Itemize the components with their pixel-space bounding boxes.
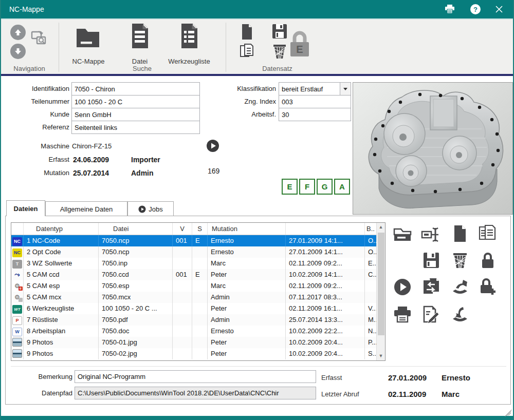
new-record-icon[interactable] <box>241 24 253 40</box>
table-cell: 7050-01.jpg <box>99 337 173 348</box>
checkin-file-icon[interactable] <box>450 304 470 325</box>
copy-file-icon[interactable] <box>478 223 498 244</box>
save-file-icon[interactable] <box>421 250 442 271</box>
table-cell: 3 WZ Sollwerte <box>24 258 99 269</box>
header-datum[interactable] <box>286 223 365 235</box>
datenpfad-label: Datenpfad <box>8 387 72 400</box>
datei-search-button[interactable]: Datei <box>124 58 155 65</box>
table-row[interactable]: NC1 NC-Code7050.ncp001EErnesto27.01.2009… <box>11 235 385 246</box>
checkout-file-icon[interactable] <box>450 277 470 297</box>
table-row[interactable]: ⚙e5 CAM esp7050.espMarc02.11.2009 09:2..… <box>11 280 385 292</box>
delete-file-icon[interactable] <box>450 250 470 271</box>
print-file-icon[interactable] <box>392 304 413 325</box>
convert-file-icon[interactable] <box>421 277 442 297</box>
table-row[interactable]: 9 Photos7050-01.jpgPeter10.02.2009 20:4.… <box>11 337 385 348</box>
lock-file-icon[interactable] <box>478 250 498 271</box>
footer-abruf-date: 02.11.2009 <box>388 388 426 401</box>
table-cell: 7050.ccd <box>99 269 173 280</box>
table-row[interactable]: NC2 Opt Code7050.ncpErnesto27.01.2009 14… <box>11 246 385 258</box>
title-bar: NC-Mappe ? <box>1 0 513 18</box>
arbeitsf-field[interactable] <box>279 108 351 121</box>
table-cell: P... <box>365 337 376 348</box>
close-icon[interactable] <box>490 3 508 15</box>
document-list-icon[interactable] <box>179 23 199 49</box>
nav-down-button[interactable] <box>10 44 26 59</box>
cam-esp-icon: ⚙e <box>12 282 22 291</box>
a-button[interactable]: A <box>334 179 350 195</box>
table-cell: 1 NC-Code <box>24 235 99 246</box>
klassifikation-dropdown[interactable]: bereit Erstlauf <box>279 82 351 96</box>
e-button[interactable]: E <box>282 179 298 195</box>
print-icon[interactable] <box>441 3 458 15</box>
referenz-field[interactable] <box>71 121 200 134</box>
erfasst-user: Importer <box>131 153 160 166</box>
document-lines-icon[interactable] <box>130 23 150 49</box>
lock-icon[interactable]: E <box>288 30 311 58</box>
table-cell <box>192 337 208 348</box>
find-window-icon[interactable] <box>31 30 48 48</box>
tab-jobs[interactable]: Jobs <box>127 201 174 216</box>
open-file-icon[interactable] <box>392 224 413 245</box>
table-row[interactable]: 9 Photos7050-02.jpgPeter10.02.2009 20:4.… <box>11 348 385 359</box>
copy-record-icon[interactable] <box>240 43 256 60</box>
table-row[interactable]: WT6 Werkzeugliste100 1050 - 20 C ...Pete… <box>11 303 385 314</box>
table-row[interactable]: T3 WZ Sollwerte7050.inpMarc02.11.2009 09… <box>11 258 385 269</box>
table-row[interactable]: ⚙5 CAM mcx7050.mcxAdmin07.11.2017 08:3..… <box>11 292 385 303</box>
scroll-down-icon[interactable]: ▼ <box>377 352 385 360</box>
tab-dateien[interactable]: Dateien <box>6 200 45 216</box>
help-icon[interactable]: ? <box>467 3 484 15</box>
header-mutation[interactable]: Mutation <box>208 223 286 235</box>
kunde-field[interactable] <box>71 108 200 121</box>
table-cell <box>173 348 192 359</box>
header-datentyp[interactable]: Datentyp <box>24 223 99 235</box>
table-cell: 27.01.2009 14:1... <box>286 246 365 258</box>
scroll-up-icon[interactable]: ▲ <box>377 223 385 232</box>
table-cell: 7050.esp <box>99 280 173 292</box>
header-datei[interactable]: Datei <box>99 223 173 235</box>
nav-up-button[interactable] <box>10 25 26 40</box>
table-row[interactable]: W8 Arbeitsplan7050.docErnesto10.02.2009 … <box>11 326 385 337</box>
edit-file-icon[interactable] <box>421 304 442 325</box>
mutation-user: Admin <box>131 166 154 180</box>
table-scrollbar[interactable]: ▲ ▼ <box>376 223 385 360</box>
header-b[interactable]: B.. <box>365 223 376 235</box>
run-machine-icon[interactable] <box>206 139 219 152</box>
table-cell: 27.01.2009 14:1... <box>286 235 365 246</box>
cam-ccd-icon: ⤳ <box>12 271 22 279</box>
header-v[interactable]: V <box>173 223 192 235</box>
mutation-label: Mutation <box>5 166 69 180</box>
table-row[interactable]: ⤳5 CAM ccd7050.ccd001EPeter10.02.2009 14… <box>11 269 385 280</box>
table-cell: Admin <box>208 292 286 303</box>
tab-allgemeine-daten[interactable]: Allgemeine Daten <box>45 201 127 216</box>
table-cell <box>192 292 208 303</box>
scroll-thumb[interactable] <box>378 233 384 335</box>
table-cell: Ernesto <box>208 326 286 337</box>
folder-icon[interactable] <box>75 24 101 49</box>
run-file-icon[interactable] <box>392 277 413 297</box>
table-cell: 9 Photos <box>24 348 99 359</box>
save-record-icon[interactable] <box>272 24 287 39</box>
werkzeugliste-search-button[interactable]: Werkzeugliste <box>166 58 213 65</box>
identifikation-field[interactable] <box>71 82 200 96</box>
file-table: Datentyp Datei V S Mutation B.. NC1 NC-C… <box>11 222 386 361</box>
table-cell: Marc <box>208 258 286 269</box>
table-cell: 001 <box>173 235 192 246</box>
tool-assembly-icon[interactable] <box>421 224 442 245</box>
datenpfad-field[interactable] <box>75 387 316 399</box>
table-row[interactable]: P7 Rüstliste7050.pdfAdmin25.07.2014 13:3… <box>11 314 385 326</box>
bemerkung-field[interactable] <box>75 370 316 383</box>
g-button[interactable]: G <box>317 179 333 195</box>
nc-mappe-search-button[interactable]: NC-Mappe <box>67 58 110 65</box>
resize-grip[interactable] <box>503 407 511 415</box>
f-button[interactable]: F <box>299 179 315 195</box>
teilenummer-field[interactable] <box>71 95 200 108</box>
zng-index-field[interactable] <box>279 95 351 108</box>
lock-add-file-icon[interactable] <box>478 277 498 297</box>
table-cell: 8 Arbeitsplan <box>24 326 99 337</box>
erfasst-label: Erfasst <box>5 153 69 166</box>
photo-icon <box>12 338 22 347</box>
new-file-icon[interactable] <box>450 223 470 244</box>
delete-record-icon[interactable] <box>271 43 288 60</box>
chevron-down-icon[interactable] <box>340 83 351 95</box>
header-s[interactable]: S <box>192 223 208 235</box>
